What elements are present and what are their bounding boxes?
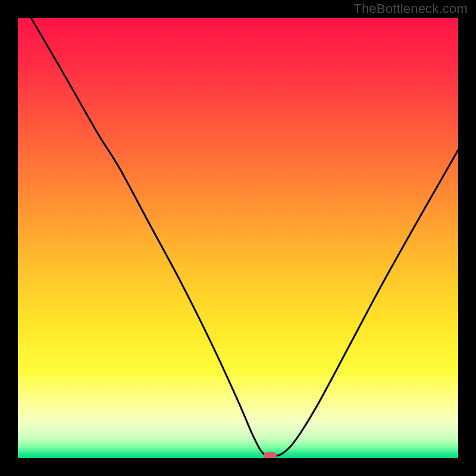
watermark-text: TheBottleneck.com bbox=[353, 1, 468, 17]
image-frame: TheBottleneck.com bbox=[0, 0, 476, 476]
plot-border bbox=[15, 15, 461, 461]
plot-area bbox=[18, 18, 458, 458]
bottleneck-curve bbox=[18, 18, 458, 458]
optimal-point-marker bbox=[264, 452, 277, 458]
